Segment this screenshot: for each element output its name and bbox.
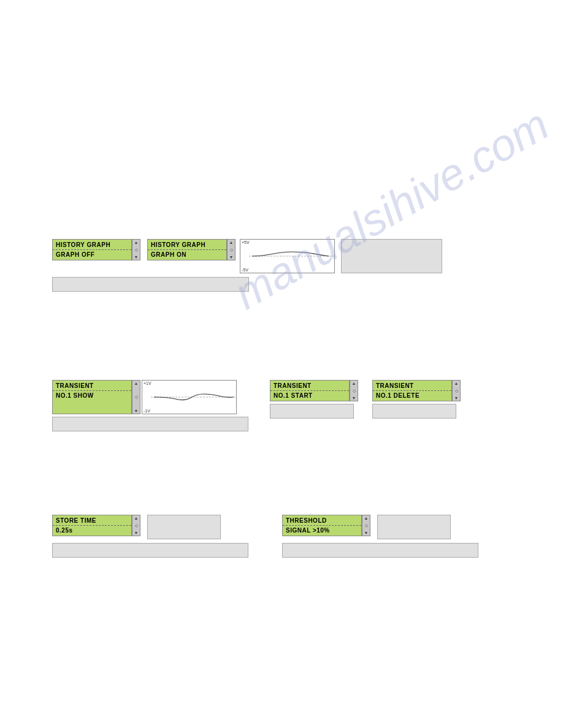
transient-section: TRANSIENT NO.1 SHOW ▲ ◇ ▼ +1V -1V: [52, 380, 461, 431]
transient-show-input[interactable]: [52, 417, 248, 431]
transient-delete-bottom: NO.1 DELETE: [373, 391, 451, 401]
storetime-bottom: 0.25s: [53, 526, 131, 536]
history-off-top-label: HISTORY GRAPH: [53, 240, 131, 250]
transient-start-area: TRANSIENT NO.1 START ▲ ◇ ▼: [270, 380, 358, 419]
history-bottom-row: [52, 277, 442, 292]
scroll-down-t3[interactable]: ▼: [454, 396, 459, 400]
scroll-up-t1[interactable]: ▲: [134, 381, 139, 385]
scroll-mid-t3: ◇: [455, 389, 458, 393]
transient-start-panel: TRANSIENT NO.1 START ▲ ◇ ▼: [270, 380, 358, 401]
storetime-box[interactable]: STORE TIME 0.25s: [52, 515, 132, 536]
transient-graph-bottom-label: -1V: [144, 409, 150, 413]
scroll-up-arrow2[interactable]: ▲: [229, 240, 234, 245]
history-panel-on: HISTORY GRAPH GRAPH ON ▲ ◇ ▼: [147, 239, 236, 260]
transient-delete-input[interactable]: [372, 404, 456, 419]
scroll-up-st[interactable]: ▲: [134, 516, 139, 520]
storetime-top: STORE TIME: [53, 515, 131, 526]
history-graph-display: +5V -5V: [240, 239, 335, 273]
storetime-section: STORE TIME 0.25s ▲ ◇ ▼: [52, 515, 248, 558]
transient-delete-box[interactable]: TRANSIENT NO.1 DELETE: [372, 380, 452, 401]
transient-show-panel: TRANSIENT NO.1 SHOW ▲ ◇ ▼ +1V -1V: [52, 380, 248, 414]
scroll-up-t3[interactable]: ▲: [454, 381, 459, 385]
threshold-bottom: SIGNAL >10%: [283, 526, 361, 536]
scroll-mid2: ◇: [230, 248, 233, 252]
storetime-panel: STORE TIME 0.25s ▲ ◇ ▼: [52, 515, 140, 536]
transient-delete-area: TRANSIENT NO.1 DELETE ▲ ◇ ▼: [372, 380, 461, 419]
history-panel-on-box[interactable]: HISTORY GRAPH GRAPH ON: [147, 239, 227, 260]
history-graph-svg: [249, 240, 335, 273]
history-right-input-box[interactable]: [341, 239, 442, 273]
storetime-scrollbar[interactable]: ▲ ◇ ▼: [132, 515, 140, 536]
scroll-up-arrow[interactable]: ▲: [134, 240, 139, 245]
scroll-down-t1[interactable]: ▼: [134, 409, 139, 413]
threshold-top: THRESHOLD: [283, 515, 361, 526]
transient-graph-svg: [151, 381, 237, 414]
transient-graph-display: +1V -1V: [142, 380, 237, 414]
history-on-scrollbar[interactable]: ▲ ◇ ▼: [227, 239, 236, 260]
transient-show-area: TRANSIENT NO.1 SHOW ▲ ◇ ▼ +1V -1V: [52, 380, 248, 431]
scroll-up-th[interactable]: ▲: [364, 516, 369, 520]
transient-delete-panel: TRANSIENT NO.1 DELETE ▲ ◇ ▼: [372, 380, 461, 401]
scroll-mid-st: ◇: [135, 523, 138, 528]
history-widget-row: HISTORY GRAPH GRAPH OFF ▲ ◇ ▼ HISTORY GR…: [52, 239, 442, 273]
transient-show-scrollbar[interactable]: ▲ ◇ ▼: [132, 380, 140, 414]
storetime-widget-row: STORE TIME 0.25s ▲ ◇ ▼: [52, 515, 248, 539]
threshold-box[interactable]: THRESHOLD SIGNAL >10%: [282, 515, 362, 536]
history-bottom-input[interactable]: [52, 277, 249, 292]
scroll-up-t2[interactable]: ▲: [352, 381, 356, 385]
history-right-input-area: [341, 239, 442, 273]
scroll-down-arrow[interactable]: ▼: [134, 255, 139, 259]
transient-start-scrollbar[interactable]: ▲ ◇ ▼: [350, 380, 358, 401]
history-graph-bottom-label: -5V: [242, 268, 248, 272]
scroll-down-st[interactable]: ▼: [134, 531, 139, 535]
history-section: HISTORY GRAPH GRAPH OFF ▲ ◇ ▼ HISTORY GR…: [52, 239, 442, 292]
transient-start-box[interactable]: TRANSIENT NO.1 START: [270, 380, 350, 401]
storetime-right-input[interactable]: [147, 515, 221, 539]
transient-start-bottom: NO.1 START: [270, 391, 349, 401]
transient-start-top: TRANSIENT: [270, 381, 349, 391]
transient-widget-row: TRANSIENT NO.1 SHOW ▲ ◇ ▼ +1V -1V: [52, 380, 461, 431]
transient-show-box[interactable]: TRANSIENT NO.1 SHOW: [52, 380, 132, 414]
history-panel-off: HISTORY GRAPH GRAPH OFF ▲ ◇ ▼: [52, 239, 140, 260]
history-off-scrollbar[interactable]: ▲ ◇ ▼: [132, 239, 140, 260]
threshold-widget-row: THRESHOLD SIGNAL >10% ▲ ◇ ▼: [282, 515, 478, 539]
scroll-down-arrow2[interactable]: ▼: [229, 255, 234, 259]
storetime-bottom-input[interactable]: [52, 543, 248, 558]
transient-delete-scrollbar[interactable]: ▲ ◇ ▼: [452, 380, 461, 401]
scroll-mid-t2: ◇: [353, 389, 356, 393]
threshold-scrollbar[interactable]: ▲ ◇ ▼: [362, 515, 370, 536]
scroll-down-t2[interactable]: ▼: [352, 396, 356, 400]
scroll-down-th[interactable]: ▼: [364, 531, 369, 535]
threshold-right-input[interactable]: [377, 515, 451, 539]
transient-show-bottom: NO.1 SHOW: [53, 391, 131, 401]
transient-start-input[interactable]: [270, 404, 354, 419]
threshold-section: THRESHOLD SIGNAL >10% ▲ ◇ ▼: [282, 515, 478, 558]
history-graph-top-label: +5V: [242, 240, 250, 245]
threshold-panel: THRESHOLD SIGNAL >10% ▲ ◇ ▼: [282, 515, 370, 536]
transient-delete-top: TRANSIENT: [373, 381, 451, 391]
scroll-mid: ◇: [135, 248, 138, 252]
scroll-mid-t1: ◇: [135, 395, 138, 400]
threshold-bottom-input[interactable]: [282, 543, 478, 558]
history-on-bottom-label: GRAPH ON: [148, 250, 226, 260]
scroll-mid-th: ◇: [365, 523, 368, 528]
history-graph-area: +5V -5V: [240, 239, 442, 273]
transient-graph-top-label: +1V: [144, 381, 151, 385]
history-on-top-label: HISTORY GRAPH: [148, 240, 226, 250]
transient-show-top: TRANSIENT: [53, 381, 131, 391]
history-off-bottom-label: GRAPH OFF: [53, 250, 131, 260]
history-panel-off-box[interactable]: HISTORY GRAPH GRAPH OFF: [52, 239, 132, 260]
